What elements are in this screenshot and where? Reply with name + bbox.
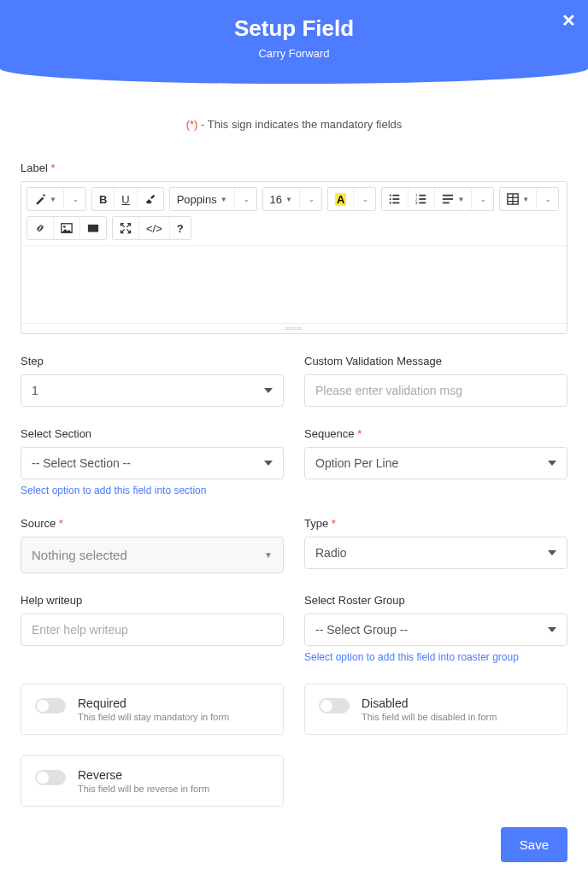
svg-point-4 xyxy=(390,202,391,203)
help-icon[interactable]: ? xyxy=(170,217,191,239)
help-input[interactable] xyxy=(21,614,284,646)
step-label: Step xyxy=(21,355,284,367)
font-color-dropdown[interactable]: ⌄ xyxy=(354,188,375,210)
svg-rect-13 xyxy=(443,198,453,200)
required-title: Required xyxy=(78,696,229,710)
mandatory-symbol: (*) xyxy=(186,118,198,131)
svg-rect-21 xyxy=(88,225,98,232)
close-icon[interactable]: ✕ xyxy=(562,10,576,31)
type-select[interactable]: Radio xyxy=(304,537,567,569)
modal-subtitle: Carry Forward xyxy=(0,47,588,60)
reverse-toggle[interactable] xyxy=(35,770,66,785)
link-icon[interactable] xyxy=(27,217,54,239)
underline-icon[interactable]: U xyxy=(115,188,137,210)
font-size-dropdown[interactable]: ⌄ xyxy=(300,188,321,210)
section-hint: Select option to add this field into sec… xyxy=(21,484,284,496)
validation-input[interactable] xyxy=(304,374,567,407)
resize-grip-icon[interactable]: ═══ xyxy=(21,323,567,333)
svg-rect-9 xyxy=(420,198,426,200)
svg-rect-11 xyxy=(420,203,426,204)
step-select[interactable]: 1 xyxy=(21,374,284,407)
roster-label: Select Roster Group xyxy=(304,594,567,607)
svg-rect-14 xyxy=(443,203,450,204)
svg-rect-1 xyxy=(393,195,400,197)
svg-point-2 xyxy=(390,198,391,200)
label-field-label: Label * xyxy=(21,161,567,174)
editor-toolbar: ▼ ⌄ B U Poppins▼ ⌄ 16▼ ⌄ A ⌄ 123 xyxy=(21,182,567,246)
svg-point-0 xyxy=(390,195,391,197)
required-toggle-card: Required This field will stay mandatory … xyxy=(21,684,284,735)
roster-select[interactable]: -- Select Group -- xyxy=(304,614,567,646)
rich-text-editor: ▼ ⌄ B U Poppins▼ ⌄ 16▼ ⌄ A ⌄ 123 xyxy=(21,181,567,334)
svg-rect-12 xyxy=(443,195,453,197)
paragraph-icon[interactable]: ▼ xyxy=(435,188,472,210)
list-ul-icon[interactable] xyxy=(382,188,409,210)
sequence-select[interactable]: Option Per Line xyxy=(304,447,567,479)
svg-rect-7 xyxy=(420,195,426,197)
editor-textarea[interactable] xyxy=(21,246,567,323)
modal-title: Setup Field xyxy=(0,15,588,42)
type-label: Type * xyxy=(304,517,567,530)
mandatory-text: - This sign indicates the mandatory fiel… xyxy=(197,118,402,131)
help-label: Help writeup xyxy=(21,594,284,607)
video-icon[interactable] xyxy=(80,217,106,239)
disabled-title: Disabled xyxy=(362,696,497,710)
source-value: Nothing selected xyxy=(32,548,127,562)
reverse-desc: This field will be reverse in form xyxy=(78,784,209,794)
font-color-icon[interactable]: A xyxy=(328,188,354,210)
table-icon[interactable]: ▼ xyxy=(500,188,537,210)
svg-point-20 xyxy=(63,226,66,228)
disabled-toggle-card: Disabled This field will be disabled in … xyxy=(304,684,567,735)
section-label: Select Section xyxy=(21,427,284,440)
eraser-icon[interactable] xyxy=(138,188,163,210)
code-view-icon[interactable]: </> xyxy=(139,217,170,239)
reverse-toggle-card: Reverse This field will be reverse in fo… xyxy=(21,755,284,807)
roster-hint: Select option to add this field into roa… xyxy=(304,651,567,663)
font-family-dropdown[interactable]: ⌄ xyxy=(235,188,256,210)
sequence-label: Sequence * xyxy=(304,427,567,440)
reverse-title: Reverse xyxy=(78,768,209,782)
paragraph-dropdown[interactable]: ⌄ xyxy=(472,188,493,210)
image-icon[interactable] xyxy=(54,217,80,239)
validation-label: Custom Validation Message xyxy=(304,355,567,367)
font-family-select[interactable]: Poppins▼ xyxy=(170,188,235,210)
disabled-desc: This field will be disabled in form xyxy=(362,712,497,722)
svg-rect-5 xyxy=(393,203,400,204)
modal-header: Setup Field Carry Forward ✕ xyxy=(0,0,588,84)
chevron-down-icon: ▼ xyxy=(264,550,273,560)
section-select[interactable]: -- Select Section -- xyxy=(21,447,284,479)
style-dropdown[interactable]: ⌄ xyxy=(64,188,85,210)
svg-text:3: 3 xyxy=(415,201,418,205)
source-label: Source * xyxy=(21,517,284,530)
required-toggle[interactable] xyxy=(35,698,66,714)
font-size-select[interactable]: 16▼ xyxy=(263,188,300,210)
svg-rect-3 xyxy=(393,198,400,200)
disabled-toggle[interactable] xyxy=(319,698,350,714)
table-dropdown[interactable]: ⌄ xyxy=(537,188,558,210)
save-button[interactable]: Save xyxy=(501,827,567,862)
fullscreen-icon[interactable] xyxy=(113,217,139,239)
list-ol-icon[interactable]: 123 xyxy=(409,188,435,210)
mandatory-note: (*) - This sign indicates the mandatory … xyxy=(21,118,567,131)
magic-icon[interactable]: ▼ xyxy=(27,188,64,210)
source-select[interactable]: Nothing selected ▼ xyxy=(21,537,284,573)
bold-icon[interactable]: B xyxy=(92,188,115,210)
required-desc: This field will stay mandatory in form xyxy=(78,712,229,722)
